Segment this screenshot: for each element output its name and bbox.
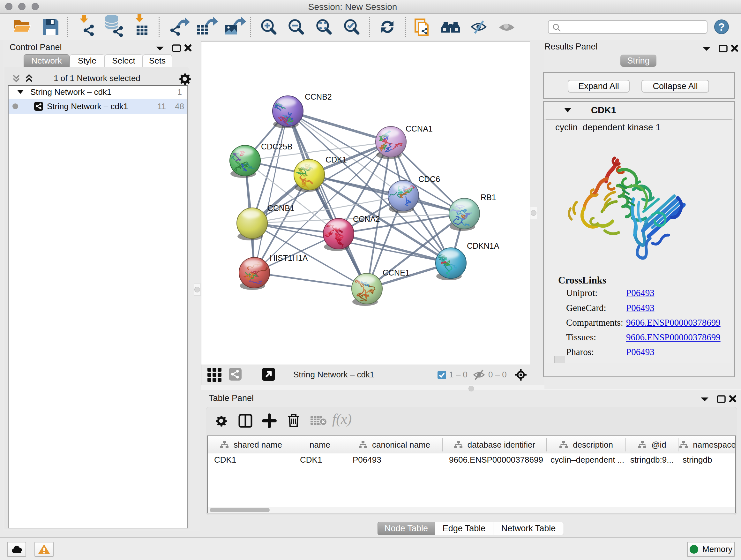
- svg-text:CCNE1: CCNE1: [383, 268, 410, 277]
- svg-text:CCNB1: CCNB1: [267, 204, 294, 212]
- svg-text:RB1: RB1: [481, 193, 496, 202]
- svg-text:CCNB2: CCNB2: [305, 92, 332, 101]
- svg-text:CDC25B: CDC25B: [261, 142, 293, 151]
- svg-text:CDK1: CDK1: [326, 155, 347, 164]
- svg-text:?: ?: [718, 21, 725, 33]
- svg-text:HIST1H1A: HIST1H1A: [270, 253, 308, 262]
- svg-text:CCNA1: CCNA1: [406, 124, 433, 133]
- svg-text:CDC6: CDC6: [418, 175, 440, 184]
- svg-text:CCNA2: CCNA2: [353, 214, 380, 224]
- svg-text:CDKN1A: CDKN1A: [467, 241, 499, 250]
